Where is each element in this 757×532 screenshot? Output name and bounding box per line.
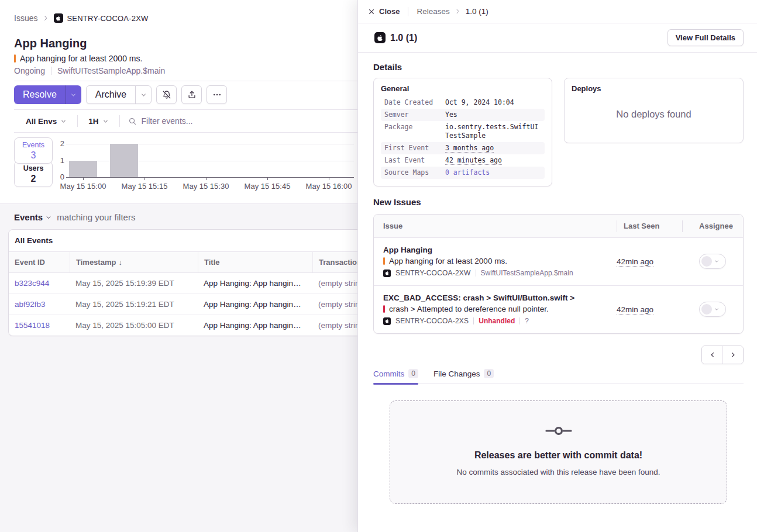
share-button[interactable] — [181, 85, 202, 104]
search-input[interactable] — [142, 116, 329, 126]
column-header-issue: Issue — [374, 222, 617, 230]
last-seen-cell: 42min ago — [617, 304, 682, 315]
new-issue-row[interactable]: EXC_BAD_ACCESS: crash > SwiftUI/Button.s… — [374, 285, 743, 333]
x-axis-tick-label: May 15 15:15 — [113, 182, 176, 191]
issue-short-id: SENTRY-COCOA-2XW — [395, 269, 471, 277]
release-drawer: Close Releases 1.0 (1) 1.0 (1) View Full… — [357, 0, 757, 532]
level-indicator-error — [383, 305, 385, 313]
column-header-title[interactable]: Title — [198, 252, 312, 272]
divider — [77, 115, 78, 127]
drawer-close-button[interactable]: Close — [368, 7, 400, 16]
event-id-link[interactable]: b323c944 — [9, 273, 70, 293]
breadcrumb-project[interactable]: SENTRY-COCOA-2XW — [54, 13, 148, 23]
chevron-down-icon — [60, 118, 67, 125]
last-event-timeago[interactable]: 42 minutes ago — [445, 156, 502, 165]
issue-title-link[interactable]: EXC_BAD_ACCESS: crash > SwiftUI/Button.s… — [383, 293, 607, 302]
environment-filter-label: All Envs — [26, 117, 57, 126]
event-title: App Hanging: App hangin… — [198, 315, 312, 336]
breadcrumb-issues-link[interactable]: Issues — [14, 13, 37, 23]
x-axis-tick-label: May 15 15:45 — [236, 182, 298, 191]
event-timestamp: May 15, 2025 15:05:00 EDT — [70, 315, 198, 336]
details-heading: Details — [373, 62, 744, 72]
detail-key: Last Event — [384, 156, 445, 165]
divider — [408, 7, 408, 16]
y-axis-tick-label: 0 — [55, 172, 64, 182]
new-issue-row[interactable]: App Hanging App hanging for at least 200… — [374, 238, 743, 285]
events-heading-label: Events — [14, 212, 43, 222]
close-icon — [368, 8, 375, 15]
x-axis-tick-label: May 15 15:30 — [175, 182, 237, 191]
drawer-header: Close Releases 1.0 (1) — [358, 0, 757, 23]
events-stat-value: 3 — [31, 150, 36, 161]
y-axis-tick-label: 2 — [55, 139, 64, 148]
event-id-link[interactable]: abf92fb3 — [9, 294, 70, 315]
detail-row: Source Maps 0 artifacts — [381, 167, 545, 179]
divider — [519, 317, 520, 324]
events-heading-dropdown[interactable]: Events — [14, 212, 52, 222]
archive-dropdown-button[interactable] — [135, 86, 151, 103]
next-page-button[interactable] — [722, 346, 743, 364]
chevron-right-icon — [42, 15, 49, 22]
environment-filter[interactable]: All Envs — [23, 117, 69, 126]
new-issues-table: Issue Last Seen Assignee App Hanging App… — [373, 214, 744, 334]
assignee-dropdown[interactable] — [699, 302, 726, 317]
users-stat-toggle[interactable]: Users 2 — [14, 161, 53, 187]
general-card: General Date Created Oct 9, 2024 10:04 S… — [373, 78, 552, 186]
archive-button[interactable]: Archive — [87, 86, 135, 103]
detail-value: Yes — [445, 110, 541, 119]
detail-cards: General Date Created Oct 9, 2024 10:04 S… — [373, 78, 744, 186]
avatar — [701, 304, 712, 315]
last-seen-value[interactable]: 42min ago — [617, 257, 653, 267]
issue-cell: EXC_BAD_ACCESS: crash > SwiftUI/Button.s… — [374, 293, 617, 325]
pagination — [373, 346, 744, 364]
event-id-link[interactable]: 15541018 — [9, 315, 70, 336]
tab-commits[interactable]: Commits 0 — [373, 369, 418, 384]
sort-desc-icon: ↓ — [118, 258, 122, 267]
tab-count-badge: 0 — [484, 369, 494, 378]
drawer-tabs: Commits 0 File Changes 0 — [373, 369, 744, 384]
source-maps-link[interactable]: 0 artifacts — [445, 168, 541, 177]
tab-label: File Changes — [433, 369, 480, 378]
issue-message-line: crash > Attempted to dereference null po… — [383, 305, 607, 313]
issue-message-line: App hanging for at least 2000 ms. — [383, 257, 607, 265]
resolve-dropdown-button[interactable] — [66, 85, 81, 104]
x-axis-tick-label: May 15 15:00 — [52, 182, 114, 191]
drawer-breadcrumb-releases-link[interactable]: Releases — [417, 7, 449, 16]
issue-culprit: SwiftUITestSampleApp.$main — [57, 66, 165, 75]
archive-split-button: Archive — [86, 85, 152, 104]
help-badge: ? — [525, 317, 529, 325]
close-label: Close — [379, 7, 400, 16]
view-full-details-button[interactable]: View Full Details — [667, 29, 744, 46]
detail-value: io.sentry.tests.SwiftUITestSample — [445, 123, 541, 140]
last-seen-value[interactable]: 42min ago — [617, 305, 653, 315]
event-title: App Hanging: App hangin… — [198, 273, 312, 293]
issue-cell: App Hanging App hanging for at least 200… — [374, 246, 617, 277]
first-event-timeago[interactable]: 3 months ago — [445, 144, 494, 153]
column-header-event-id[interactable]: Event ID — [9, 252, 70, 272]
apple-platform-icon — [383, 270, 391, 277]
events-stat-label: Events — [22, 141, 44, 150]
detail-row: Date Created Oct 9, 2024 10:04 — [381, 96, 545, 109]
events-stat-toggle[interactable]: Events 3 — [14, 137, 53, 164]
general-card-title: General — [381, 84, 545, 93]
detail-key: Semver — [384, 110, 445, 119]
issue-culprit: SwiftUITestSampleApp.$main — [481, 269, 573, 277]
issue-title-link[interactable]: App Hanging — [383, 246, 607, 254]
apple-platform-icon — [374, 32, 386, 43]
column-header-timestamp[interactable]: Timestamp↓ — [70, 252, 198, 272]
resolve-button[interactable]: Resolve — [14, 85, 66, 104]
issue-short-id: SENTRY-COCOA-2XS — [395, 317, 469, 325]
assignee-dropdown[interactable] — [699, 254, 726, 269]
previous-page-button[interactable] — [702, 346, 722, 364]
y-axis-tick-label: 1 — [55, 156, 64, 165]
events-chart: 012May 15 15:00May 15 15:15May 15 15:30M… — [59, 139, 354, 195]
ellipsis-icon — [212, 90, 222, 99]
tab-file-changes[interactable]: File Changes 0 — [433, 369, 494, 384]
deploys-empty-message: No deploys found — [565, 78, 743, 143]
assignee-cell — [682, 254, 743, 269]
chevron-down-icon — [140, 92, 147, 98]
detail-key: Package — [384, 123, 445, 132]
mute-notifications-button[interactable] — [156, 85, 177, 104]
more-actions-button[interactable] — [207, 85, 227, 104]
date-range-filter[interactable]: 1H — [86, 117, 111, 126]
